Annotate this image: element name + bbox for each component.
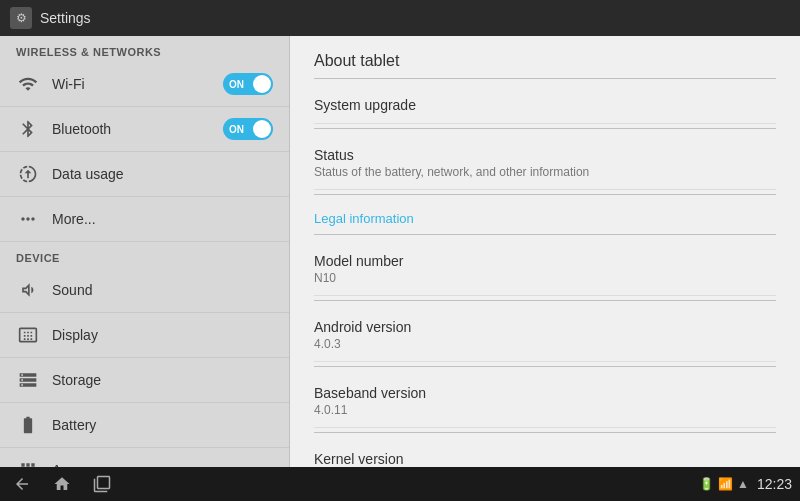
divider-after-model — [314, 300, 776, 301]
signal-icon: ▲ — [737, 477, 749, 491]
clock: 12:23 — [757, 476, 792, 492]
panel-item-system-upgrade[interactable]: System upgrade — [314, 87, 776, 124]
main-content: WIRELESS & NETWORKSWi-FiONBluetoothONDat… — [0, 36, 800, 467]
panel-item-sub-model: N10 — [314, 271, 776, 285]
sidebar-label-data-usage: Data usage — [52, 166, 273, 182]
sound-icon — [16, 278, 40, 302]
sidebar-item-more[interactable]: More... — [0, 197, 289, 242]
panel-item-title-baseband: Baseband version — [314, 385, 776, 401]
panel-item-kernel[interactable]: Kernel version3.0.8+ build@emma6 #2 — [314, 441, 776, 467]
sidebar-item-storage[interactable]: Storage — [0, 358, 289, 403]
battery-icon — [16, 413, 40, 437]
sidebar-item-bluetooth[interactable]: BluetoothON — [0, 107, 289, 152]
title-bar: ⚙ Settings — [0, 0, 800, 36]
divider-after-android — [314, 366, 776, 367]
sidebar-item-data-usage[interactable]: Data usage — [0, 152, 289, 197]
status-right: 🔋 📶 ▲ 12:23 — [699, 476, 792, 492]
apps-icon — [16, 458, 40, 467]
sidebar: WIRELESS & NETWORKSWi-FiONBluetoothONDat… — [0, 36, 290, 467]
panel-item-sub-baseband: 4.0.11 — [314, 403, 776, 417]
panel-section-legal: Legal information — [314, 203, 776, 230]
panel-item-title-system-upgrade: System upgrade — [314, 97, 776, 113]
status-icons: 🔋 📶 ▲ — [699, 477, 749, 491]
right-panel: About tabletSystem upgradeStatusStatus o… — [290, 36, 800, 467]
panel-item-status[interactable]: StatusStatus of the battery, network, an… — [314, 137, 776, 190]
back-button[interactable] — [8, 470, 36, 498]
panel-item-model[interactable]: Model numberN10 — [314, 243, 776, 296]
wifi-status-icon: 📶 — [718, 477, 733, 491]
wifi-icon — [16, 72, 40, 96]
panel-item-title-kernel: Kernel version — [314, 451, 776, 467]
sidebar-label-sound: Sound — [52, 282, 273, 298]
sidebar-item-display[interactable]: Display — [0, 313, 289, 358]
divider-after-status — [314, 194, 776, 195]
display-icon — [16, 323, 40, 347]
panel-item-title-model: Model number — [314, 253, 776, 269]
panel-title: About tablet — [314, 52, 776, 70]
more-icon — [16, 207, 40, 231]
sidebar-label-display: Display — [52, 327, 273, 343]
panel-item-title-android: Android version — [314, 319, 776, 335]
sidebar-item-sound[interactable]: Sound — [0, 268, 289, 313]
sidebar-item-battery[interactable]: Battery — [0, 403, 289, 448]
sidebar-label-storage: Storage — [52, 372, 273, 388]
divider-after-system-upgrade — [314, 128, 776, 129]
panel-item-sub-status: Status of the battery, network, and othe… — [314, 165, 776, 179]
sidebar-item-apps[interactable]: Apps — [0, 448, 289, 467]
sidebar-label-battery: Battery — [52, 417, 273, 433]
toggle-bluetooth[interactable]: ON — [223, 118, 273, 140]
section-header-wireless: WIRELESS & NETWORKS — [0, 36, 289, 62]
sidebar-label-more: More... — [52, 211, 273, 227]
home-button[interactable] — [48, 470, 76, 498]
panel-divider — [314, 78, 776, 79]
data-icon — [16, 162, 40, 186]
battery-status-icon: 🔋 — [699, 477, 714, 491]
panel-item-android[interactable]: Android version4.0.3 — [314, 309, 776, 362]
section-header-device: DEVICE — [0, 242, 289, 268]
settings-icon: ⚙ — [10, 7, 32, 29]
status-bar: 🔋 📶 ▲ 12:23 — [0, 467, 800, 501]
bluetooth-icon — [16, 117, 40, 141]
sidebar-label-bluetooth: Bluetooth — [52, 121, 211, 137]
divider-after-baseband — [314, 432, 776, 433]
window-title: Settings — [40, 10, 91, 26]
panel-item-sub-android: 4.0.3 — [314, 337, 776, 351]
divider-legal — [314, 234, 776, 235]
panel-item-baseband[interactable]: Baseband version4.0.11 — [314, 375, 776, 428]
nav-buttons — [8, 470, 116, 498]
sidebar-label-wifi: Wi-Fi — [52, 76, 211, 92]
storage-icon — [16, 368, 40, 392]
panel-item-title-status: Status — [314, 147, 776, 163]
toggle-wifi[interactable]: ON — [223, 73, 273, 95]
recents-button[interactable] — [88, 470, 116, 498]
sidebar-item-wifi[interactable]: Wi-FiON — [0, 62, 289, 107]
